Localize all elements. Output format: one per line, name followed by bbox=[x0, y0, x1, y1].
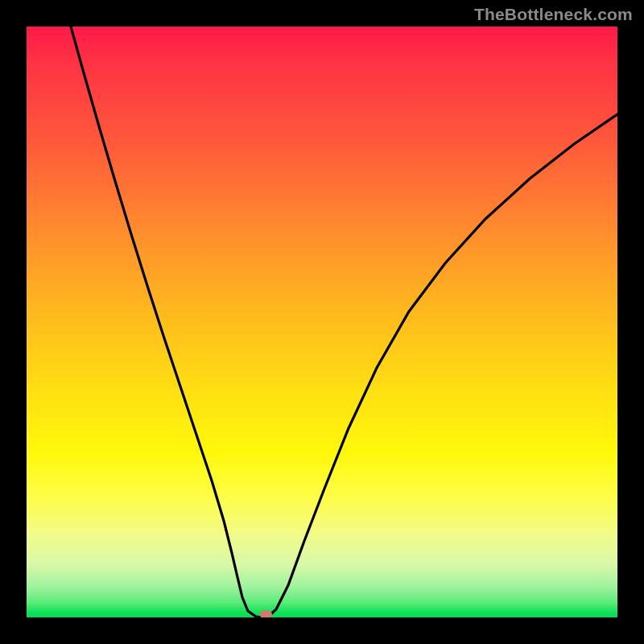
chart-frame: TheBottleneck.com bbox=[0, 0, 644, 644]
curve-svg bbox=[27, 27, 617, 617]
watermark-text: TheBottleneck.com bbox=[474, 5, 633, 24]
plot-area bbox=[27, 27, 617, 617]
optimal-point-marker bbox=[260, 610, 272, 617]
bottleneck-curve bbox=[71, 27, 617, 617]
